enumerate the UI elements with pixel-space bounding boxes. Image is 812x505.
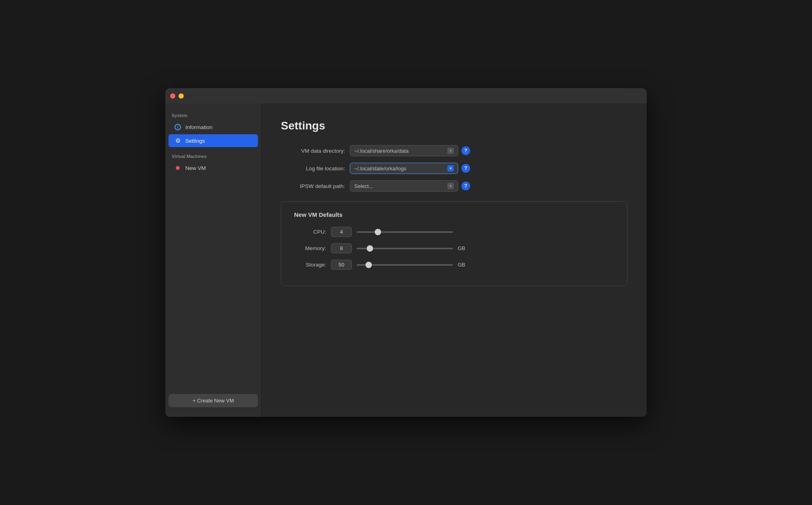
vm-data-directory-control: ~/.local/share/orka/data ▾ ? (350, 145, 470, 156)
ipsw-default-path-value: Select... (354, 183, 444, 189)
storage-slider[interactable] (357, 264, 453, 266)
sidebar-item-information[interactable]: i Information (168, 121, 258, 133)
vm-status-dot (174, 164, 181, 172)
storage-slider-row: Storage: GB (294, 260, 614, 270)
titlebar (165, 88, 647, 103)
sidebar-item-new-vm-label: New VM (185, 165, 206, 171)
log-file-location-control: ~/.local/state/orka/logs ▾ ? (350, 163, 470, 174)
sidebar-item-settings-label: Settings (185, 138, 205, 144)
sidebar-item-information-label: Information (185, 124, 213, 130)
storage-value-input[interactable] (331, 260, 352, 270)
main-content: Settings VM data directory: ~/.local/sha… (262, 103, 647, 417)
sidebar-footer: + Create New VM (165, 391, 261, 410)
chevron-down-icon: ▾ (447, 165, 454, 172)
memory-slider-row: Memory: GB (294, 243, 614, 253)
system-section-label: System (165, 110, 261, 120)
log-file-location-label: Log file location: (281, 166, 345, 172)
sidebar-spacer (165, 175, 261, 391)
vm-data-directory-help-button[interactable]: ? (461, 146, 470, 155)
virtual-machines-section-label: Virtual Machines (165, 151, 261, 161)
ipsw-default-path-dropdown[interactable]: Select... ▾ (350, 180, 458, 192)
vm-data-directory-label: VM data directory: (281, 148, 345, 154)
info-icon: i (174, 123, 181, 131)
storage-label: Storage: (294, 262, 326, 268)
app-window: System i Information ⚙ Settings Virtual … (165, 88, 647, 417)
ipsw-default-path-row: IPSW default path: Select... ▾ ? (281, 180, 627, 192)
storage-slider-container (357, 264, 453, 266)
sidebar: System i Information ⚙ Settings Virtual … (165, 103, 262, 417)
minimize-button[interactable] (179, 93, 184, 99)
memory-slider[interactable] (357, 248, 453, 249)
settings-form: VM data directory: ~/.local/share/orka/d… (281, 145, 627, 192)
cpu-value-input[interactable] (331, 227, 352, 237)
ipsw-default-path-label: IPSW default path: (281, 183, 345, 189)
cpu-label: CPU: (294, 229, 326, 235)
page-title: Settings (281, 119, 627, 132)
memory-value-input[interactable] (331, 243, 352, 253)
vm-data-directory-dropdown[interactable]: ~/.local/share/orka/data ▾ (350, 145, 458, 156)
ipsw-default-path-control: Select... ▾ ? (350, 180, 470, 192)
storage-unit: GB (458, 262, 467, 268)
close-button[interactable] (170, 93, 175, 99)
log-file-location-value: ~/.local/state/orka/logs (354, 166, 444, 172)
content-area: System i Information ⚙ Settings Virtual … (165, 103, 647, 417)
log-file-location-help-button[interactable]: ? (461, 164, 470, 173)
sidebar-item-new-vm[interactable]: New VM (168, 162, 258, 174)
gear-icon: ⚙ (174, 137, 181, 144)
cpu-slider-container (357, 231, 453, 233)
vm-defaults-title: New VM Defaults (294, 211, 614, 218)
cpu-slider[interactable] (357, 231, 453, 233)
maximize-button[interactable] (187, 93, 192, 99)
ipsw-default-path-help-button[interactable]: ? (461, 182, 470, 190)
cpu-slider-row: CPU: (294, 227, 614, 237)
vm-data-directory-value: ~/.local/share/orka/data (354, 148, 444, 154)
chevron-down-icon: ▾ (447, 147, 454, 154)
memory-label: Memory: (294, 245, 326, 251)
log-file-location-dropdown[interactable]: ~/.local/state/orka/logs ▾ (350, 163, 458, 174)
log-file-location-row: Log file location: ~/.local/state/orka/l… (281, 163, 627, 174)
vm-defaults-card: New VM Defaults CPU: Memory: GB (281, 201, 627, 286)
chevron-down-icon: ▾ (447, 183, 454, 189)
create-new-vm-button[interactable]: + Create New VM (168, 394, 258, 407)
sidebar-item-settings[interactable]: ⚙ Settings (168, 134, 258, 147)
memory-slider-container (357, 248, 453, 249)
vm-data-directory-row: VM data directory: ~/.local/share/orka/d… (281, 145, 627, 156)
memory-unit: GB (458, 245, 467, 251)
